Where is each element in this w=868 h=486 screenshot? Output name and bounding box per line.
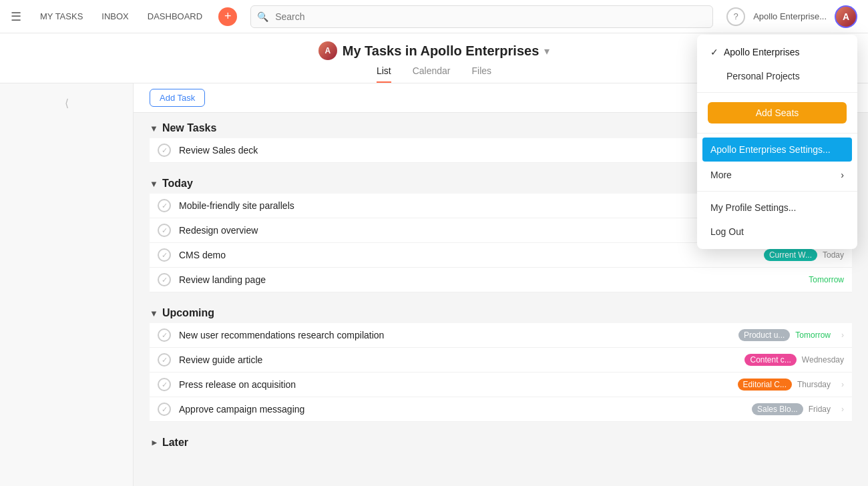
task-date: Today: [823, 250, 844, 260]
nav-right-area: ? Apollo Enterprise... A ✓ Apollo Enterp…: [726, 5, 857, 28]
dropdown-apollo-enterprises[interactable]: ✓ Apollo Enterprises: [697, 40, 857, 64]
task-date: Tomorrow: [795, 330, 831, 340]
section-new-tasks-title: New Tasks: [162, 122, 217, 134]
page-title-chevron-icon[interactable]: ▾: [544, 45, 550, 57]
dropdown-logout[interactable]: Log Out: [697, 220, 857, 244]
divider-3: [697, 191, 857, 192]
dropdown-my-profile[interactable]: My Profile Settings...: [697, 196, 857, 220]
tab-calendar[interactable]: Calendar: [413, 65, 451, 83]
add-button[interactable]: +: [218, 7, 237, 26]
section-later-title: Later: [162, 437, 188, 449]
task-meta: Current W... Today: [764, 249, 844, 261]
nav-dashboard[interactable]: DASHBOARD: [140, 7, 210, 25]
apollo-enterprises-label: Apollo Enterprises: [724, 47, 800, 57]
more-label: More: [710, 170, 732, 180]
section-upcoming: ▼ Upcoming ✓ New user recommendations re…: [150, 298, 852, 422]
section-later-chevron: ▼: [149, 439, 159, 447]
task-date: Friday: [809, 405, 831, 414]
section-today-chevron: ▼: [150, 179, 158, 189]
nav-tabs: MY TASKS INBOX DASHBOARD +: [32, 7, 237, 26]
top-navigation: ☰ MY TASKS INBOX DASHBOARD + 🔍 ? Apollo …: [0, 0, 868, 33]
my-profile-label: My Profile Settings...: [710, 202, 796, 213]
apollo-settings-label: Apollo Enterprises Settings...: [710, 144, 831, 155]
search-container: 🔍: [250, 5, 713, 28]
task-check-icon[interactable]: ✓: [158, 224, 171, 237]
sidebar: ⟨: [0, 83, 134, 486]
task-tag: Current W...: [764, 249, 817, 261]
section-upcoming-title: Upcoming: [162, 307, 214, 319]
task-name: New user recommendations research compil…: [179, 330, 738, 340]
nav-inbox[interactable]: INBOX: [93, 7, 136, 25]
section-later-header[interactable]: ▼ Later: [150, 427, 852, 453]
task-date: Thursday: [797, 380, 831, 389]
task-tag: Sales Blo...: [752, 403, 803, 415]
task-tag: Editorial C...: [738, 379, 792, 391]
task-meta: Content c... Wednesday: [744, 354, 844, 366]
sidebar-toggle[interactable]: ⟨: [60, 97, 73, 109]
task-name: CMS demo: [179, 250, 764, 260]
check-icon: ✓: [710, 47, 718, 57]
task-arrow-icon: ›: [841, 330, 844, 340]
task-check-icon[interactable]: ✓: [158, 378, 171, 391]
task-check-icon[interactable]: ✓: [158, 403, 171, 416]
table-row[interactable]: ✓ Review guide article Content c... Wedn…: [150, 348, 852, 373]
task-check-icon[interactable]: ✓: [158, 353, 171, 367]
search-icon: 🔍: [257, 11, 268, 22]
page-title: My Tasks in Apollo Enterprises: [343, 43, 539, 59]
task-date: Tomorrow: [809, 275, 844, 284]
task-tag: Product u...: [738, 329, 790, 341]
task-meta: Product u... Tomorrow ›: [738, 329, 844, 341]
user-dropdown-menu: ✓ Apollo Enterprises Personal Projects A…: [697, 35, 857, 249]
task-arrow-icon: ›: [841, 380, 844, 389]
divider-1: [697, 92, 857, 93]
task-name: Press release on acquisition: [179, 379, 738, 390]
task-name: Mobile-friendly site parallels: [179, 200, 767, 211]
task-name: Review Sales deck: [179, 145, 753, 156]
task-name: Redesign overview: [179, 225, 766, 236]
task-check-icon[interactable]: ✓: [158, 144, 171, 157]
table-row[interactable]: ✓ Approve campaign messaging Sales Blo..…: [150, 397, 852, 422]
tab-list[interactable]: List: [377, 65, 391, 83]
search-input[interactable]: [250, 5, 713, 28]
add-seats-container: Add Seats: [697, 97, 857, 129]
user-label: Apollo Enterprise...: [753, 11, 827, 21]
dropdown-more[interactable]: More ›: [697, 163, 857, 187]
task-check-icon[interactable]: ✓: [158, 328, 171, 342]
task-meta: Editorial C... Thursday ›: [738, 379, 844, 391]
task-tag: Content c...: [744, 354, 796, 366]
section-upcoming-chevron: ▼: [150, 308, 158, 318]
task-arrow-icon: ›: [841, 405, 844, 414]
task-date: Wednesday: [802, 355, 844, 364]
nav-my-tasks[interactable]: MY TASKS: [32, 7, 91, 25]
section-new-tasks-chevron: ▼: [150, 124, 158, 134]
chevron-right-icon: ›: [841, 170, 844, 180]
task-name: Approve campaign messaging: [179, 404, 752, 415]
avatar-wrapper: A ✓ Apollo Enterprises Personal Projects…: [835, 5, 857, 28]
divider-2: [697, 133, 857, 134]
section-upcoming-header[interactable]: ▼ Upcoming: [150, 298, 852, 323]
table-row[interactable]: ✓ Review landing page Tomorrow: [150, 268, 852, 292]
task-check-icon[interactable]: ✓: [158, 248, 171, 262]
table-row[interactable]: ✓ New user recommendations research comp…: [150, 323, 852, 348]
task-meta: Tomorrow: [809, 275, 844, 284]
section-later: ▼ Later: [150, 427, 852, 453]
add-seats-button[interactable]: Add Seats: [708, 102, 847, 124]
task-check-icon[interactable]: ✓: [158, 199, 171, 212]
help-icon[interactable]: ?: [726, 7, 745, 26]
hamburger-icon[interactable]: ☰: [11, 9, 21, 24]
task-meta: Sales Blo... Friday ›: [752, 403, 844, 415]
logout-label: Log Out: [710, 226, 744, 237]
dropdown-apollo-settings[interactable]: Apollo Enterprises Settings...: [702, 138, 852, 162]
table-row[interactable]: ✓ Press release on acquisition Editorial…: [150, 373, 852, 397]
task-name: Review landing page: [179, 274, 809, 285]
tab-files[interactable]: Files: [472, 65, 492, 83]
task-name: Review guide article: [179, 354, 744, 365]
task-check-icon[interactable]: ✓: [158, 273, 171, 286]
dropdown-personal-projects[interactable]: Personal Projects: [697, 64, 857, 88]
personal-projects-label: Personal Projects: [726, 71, 800, 81]
avatar[interactable]: A: [835, 5, 857, 28]
page-title-avatar: A: [318, 41, 337, 60]
section-today-title: Today: [162, 178, 193, 190]
add-task-button[interactable]: Add Task: [150, 89, 205, 107]
